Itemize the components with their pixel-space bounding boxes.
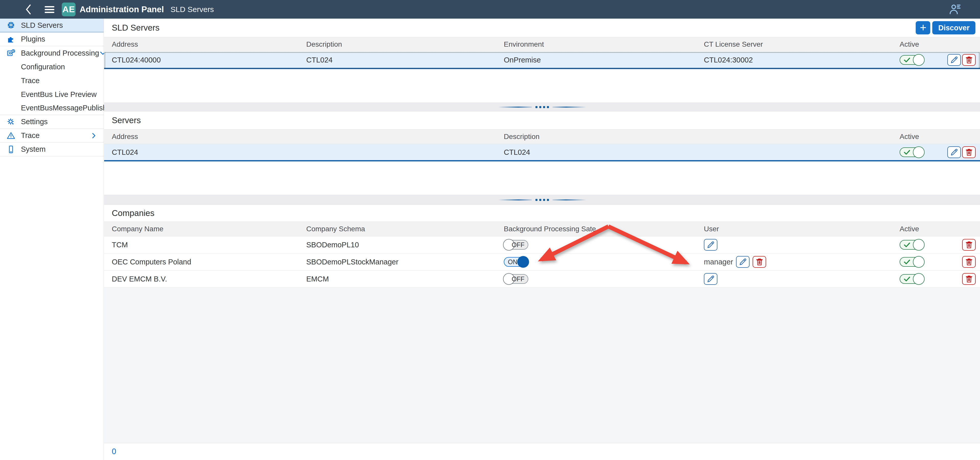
splitter-grip-icon bbox=[498, 199, 586, 201]
delete-server-button[interactable] bbox=[962, 146, 976, 158]
company-name: DEV EMCM B.V. bbox=[112, 275, 167, 283]
sld-table-header: Address Description Environment CT Licen… bbox=[104, 37, 980, 52]
sidebar-item-label: Configuration bbox=[21, 63, 65, 71]
column-header-active: Active bbox=[900, 133, 919, 141]
administration-panel-app: AE Administration Panel SLD Servers SLD … bbox=[0, 0, 980, 460]
empty-area bbox=[104, 288, 980, 443]
chevron-right-icon[interactable] bbox=[90, 132, 97, 140]
check-icon bbox=[903, 275, 911, 283]
sld-address: CTL024:40000 bbox=[112, 56, 161, 64]
server-description: CTL024 bbox=[504, 148, 530, 156]
company-schema: EMCM bbox=[306, 275, 329, 283]
company-active-toggle[interactable] bbox=[900, 257, 924, 267]
background-processing-icon bbox=[6, 48, 16, 58]
count-link[interactable]: 0 bbox=[112, 447, 116, 456]
company-schema: SBODemoPL10 bbox=[306, 241, 359, 249]
edit-icon bbox=[950, 56, 958, 64]
sld-server-row[interactable]: CTL024:40000 CTL024 OnPremise CTL024:300… bbox=[104, 52, 980, 69]
company-name: TCM bbox=[112, 241, 128, 249]
column-header-address: Address bbox=[112, 40, 138, 48]
settings-icon bbox=[6, 117, 16, 127]
server-address: CTL024 bbox=[112, 148, 138, 156]
sidebar-item-eventbus-message-publisher[interactable]: EventBusMessagePublisher... bbox=[0, 101, 103, 115]
company-row-tcm[interactable]: TCM SBODemoPL10 OFF bbox=[104, 236, 980, 254]
bps-toggle-dev-emcm[interactable]: OFF bbox=[504, 274, 528, 284]
column-header-active: Active bbox=[900, 225, 919, 233]
delete-icon bbox=[965, 56, 973, 64]
delete-sld-server-button[interactable] bbox=[962, 54, 976, 66]
add-sld-server-button[interactable]: + bbox=[916, 21, 930, 35]
sidebar-item-label: Trace bbox=[21, 131, 40, 140]
company-name: OEC Computers Poland bbox=[112, 258, 191, 266]
edit-user-button[interactable] bbox=[704, 239, 718, 251]
company-active-toggle[interactable] bbox=[900, 240, 924, 250]
edit-user-button[interactable] bbox=[704, 273, 718, 285]
user-menu-button[interactable] bbox=[948, 3, 962, 16]
trace-warning-icon bbox=[6, 131, 16, 140]
sidebar-item-sld-servers[interactable]: SLD Servers bbox=[0, 19, 103, 32]
company-row-dev-emcm[interactable]: DEV EMCM B.V. EMCM OFF bbox=[104, 271, 980, 288]
bps-toggle-tcm[interactable]: OFF bbox=[504, 240, 528, 250]
bps-toggle-oec[interactable]: ON bbox=[504, 257, 528, 267]
check-icon bbox=[903, 148, 911, 156]
company-row-oec[interactable]: OEC Computers Poland SBODemoPLStockManag… bbox=[104, 254, 980, 271]
sidebar-item-label: SLD Servers bbox=[21, 21, 63, 30]
sidebar-item-trace-sub[interactable]: Trace bbox=[0, 74, 103, 87]
company-active-toggle[interactable] bbox=[900, 274, 924, 284]
sld-servers-panel-header: SLD Servers + Discover bbox=[104, 19, 980, 37]
sidebar-item-label: System bbox=[21, 145, 46, 154]
sidebar-item-background-processing[interactable]: Background Processing bbox=[0, 46, 103, 60]
sld-ct-license-server: CTL024:30002 bbox=[704, 56, 753, 64]
sidebar-item-configuration[interactable]: Configuration bbox=[0, 60, 103, 74]
edit-server-button[interactable] bbox=[947, 146, 961, 158]
edit-sld-server-button[interactable] bbox=[947, 54, 961, 66]
discover-button[interactable]: Discover bbox=[932, 21, 975, 35]
check-icon bbox=[903, 56, 911, 64]
column-header-company-schema: Company Schema bbox=[306, 225, 365, 233]
check-icon bbox=[903, 241, 911, 249]
sidebar-item-eventbus-live-preview[interactable]: EventBus Live Preview bbox=[0, 87, 103, 101]
companies-table-header: Company Name Company Schema Background P… bbox=[104, 222, 980, 236]
user-name: manager bbox=[704, 258, 733, 266]
column-header-company-name: Company Name bbox=[112, 225, 163, 233]
sidebar-item-system[interactable]: System bbox=[0, 143, 103, 156]
chevron-left-icon bbox=[24, 4, 33, 15]
delete-icon bbox=[965, 241, 973, 249]
edit-user-button[interactable] bbox=[736, 256, 749, 268]
sld-description: CTL024 bbox=[306, 56, 332, 64]
sidebar-item-label: Plugins bbox=[21, 35, 45, 43]
edit-icon bbox=[707, 241, 715, 249]
content-footer: 0 bbox=[104, 443, 980, 460]
sidebar: SLD Servers Plugins Background Processin… bbox=[0, 19, 104, 460]
server-row[interactable]: CTL024 CTL024 bbox=[104, 144, 980, 162]
delete-company-button[interactable] bbox=[962, 273, 976, 285]
sidebar-item-label: Background Processing bbox=[21, 49, 99, 57]
user-settings-icon bbox=[948, 3, 962, 16]
sidebar-item-trace[interactable]: Trace bbox=[0, 129, 103, 143]
sld-active-toggle[interactable] bbox=[900, 55, 924, 65]
column-header-description: Description bbox=[306, 40, 342, 48]
back-button[interactable] bbox=[24, 4, 34, 15]
delete-user-button[interactable] bbox=[752, 256, 766, 268]
delete-icon bbox=[965, 258, 973, 266]
delete-company-button[interactable] bbox=[962, 256, 976, 268]
sidebar-item-label: EventBus Live Preview bbox=[21, 90, 97, 99]
sld-servers-panel: SLD Servers + Discover Address Descripti… bbox=[104, 19, 980, 103]
sidebar-item-label: Trace bbox=[21, 76, 40, 85]
sidebar-item-settings[interactable]: Settings bbox=[0, 115, 103, 129]
sidebar-item-plugins[interactable]: Plugins bbox=[0, 32, 103, 46]
splitter-servers-companies[interactable] bbox=[104, 195, 980, 205]
server-active-toggle[interactable] bbox=[900, 148, 924, 157]
system-icon bbox=[6, 145, 16, 154]
edit-icon bbox=[707, 275, 715, 283]
menu-toggle-button[interactable] bbox=[44, 4, 55, 15]
splitter-sld-servers[interactable] bbox=[104, 103, 980, 111]
column-header-address: Address bbox=[112, 133, 138, 141]
delete-icon bbox=[965, 148, 973, 156]
delete-icon bbox=[756, 258, 763, 266]
delete-company-button[interactable] bbox=[962, 239, 976, 251]
edit-icon bbox=[739, 258, 747, 266]
servers-title: Servers bbox=[112, 116, 141, 125]
edit-icon bbox=[950, 148, 958, 156]
sld-environment: OnPremise bbox=[504, 56, 541, 64]
